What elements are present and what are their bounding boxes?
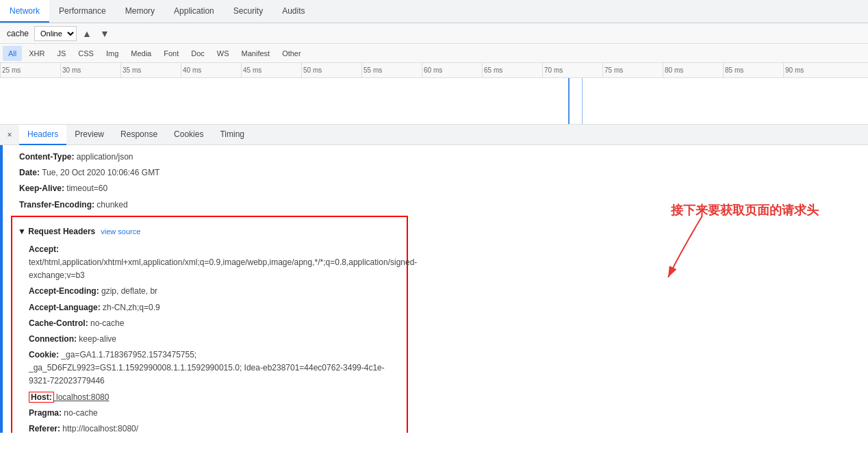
filter-xhr[interactable]: XHR	[23, 46, 50, 61]
tab-network[interactable]: Network	[0, 0, 49, 23]
tick-55: 55 ms	[361, 63, 422, 78]
tab-application[interactable]: Application	[164, 0, 224, 23]
req-header-pragma: Pragma: no-cache	[29, 405, 401, 421]
req-header-accept-encoding: Accept-Encoding: gzip, deflate, br	[29, 283, 401, 299]
tick-45: 45 ms	[241, 63, 301, 78]
view-source-link[interactable]: view source	[101, 227, 140, 236]
close-icon: ×	[7, 130, 12, 140]
detail-tab-response[interactable]: Response	[112, 125, 166, 145]
detail-panel: × Headers Preview Response Cookies Timin…	[0, 125, 868, 433]
active-bar	[0, 145, 3, 433]
download-button[interactable]: ▼	[97, 27, 112, 40]
req-header-referer: Referer: http://localhost:8080/	[29, 421, 401, 433]
timeline-marker-1	[568, 78, 570, 125]
annotation-arrow	[661, 209, 743, 284]
download-icon: ▼	[100, 28, 110, 39]
tick-80: 80 ms	[663, 63, 723, 78]
tick-85: 85 ms	[723, 63, 783, 78]
network-toolbar: cache Online ▲ ▼	[0, 23, 868, 44]
req-header-connection: Connection: keep-alive	[29, 331, 401, 347]
tick-35: 35 ms	[120, 63, 181, 78]
timeline-marker-2	[582, 78, 583, 125]
req-header-accept-language: Accept-Language: zh-CN,zh;q=0.9	[29, 300, 401, 316]
tab-performance[interactable]: Performance	[49, 0, 116, 23]
filter-other[interactable]: Other	[277, 46, 307, 61]
response-header-keep-alive: Keep-Alive: timeout=60	[19, 181, 860, 197]
upload-button[interactable]: ▲	[79, 27, 94, 40]
tick-25: 25 ms	[0, 63, 60, 78]
req-header-cookie: Cookie: _ga=GA1.1.718367952.1573475755; …	[29, 347, 401, 390]
timeline-panel: 25 ms 30 ms 35 ms 40 ms 45 ms 50 ms 55 m…	[0, 63, 868, 125]
detail-tab-timing[interactable]: Timing	[212, 125, 253, 145]
timeline-ruler: 25 ms 30 ms 35 ms 40 ms 45 ms 50 ms 55 m…	[0, 63, 868, 78]
cache-label: cache	[4, 27, 31, 40]
filter-font[interactable]: Font	[158, 46, 184, 61]
response-header-content-type: Content-Type: application/json	[19, 149, 860, 165]
headers-content: Content-Type: application/json Date: Tue…	[0, 145, 868, 433]
filter-manifest[interactable]: Manifest	[236, 46, 276, 61]
request-headers-section: ▼ Request Headers view source	[18, 224, 401, 239]
tick-70: 70 ms	[542, 63, 602, 78]
request-headers-title: ▼ Request Headers	[18, 227, 95, 236]
tick-30: 30 ms	[60, 63, 120, 78]
detail-close-button[interactable]: ×	[3, 128, 16, 142]
response-header-date: Date: Tue, 20 Oct 2020 10:06:46 GMT	[19, 165, 860, 181]
detail-tab-headers[interactable]: Headers	[19, 125, 66, 145]
detail-tab-cookies[interactable]: Cookies	[166, 125, 212, 145]
top-tabs-bar: Network Performance Memory Application S…	[0, 0, 868, 23]
timeline-body	[0, 78, 868, 125]
filter-js[interactable]: JS	[51, 46, 71, 61]
tick-40: 40 ms	[181, 63, 241, 78]
tick-50: 50 ms	[301, 63, 361, 78]
detail-tabs-bar: × Headers Preview Response Cookies Timin…	[0, 125, 868, 145]
tab-audits[interactable]: Audits	[272, 0, 314, 23]
chinese-annotation: 接下来要获取页面的请求头	[671, 202, 819, 218]
filter-media[interactable]: Media	[125, 46, 157, 61]
req-header-host: Host: localhost:8080	[29, 390, 401, 405]
online-select[interactable]: Online	[34, 26, 77, 41]
req-header-cache-control: Cache-Control: no-cache	[29, 316, 401, 331]
filter-css[interactable]: CSS	[73, 46, 99, 61]
filter-ws[interactable]: WS	[212, 46, 235, 61]
filter-doc[interactable]: Doc	[186, 46, 210, 61]
filter-img[interactable]: Img	[101, 46, 124, 61]
tab-memory[interactable]: Memory	[116, 0, 164, 23]
filter-bar: All XHR JS CSS Img Media Font Doc WS Man…	[0, 44, 868, 63]
upload-icon: ▲	[82, 28, 92, 39]
tick-90: 90 ms	[783, 63, 843, 78]
req-header-accept: Accept: text/html,application/xhtml+xml,…	[29, 242, 401, 284]
tick-65: 65 ms	[482, 63, 542, 78]
tab-security[interactable]: Security	[224, 0, 272, 23]
detail-tab-preview[interactable]: Preview	[66, 125, 112, 145]
tick-60: 60 ms	[422, 63, 482, 78]
tick-75: 75 ms	[602, 63, 663, 78]
filter-all[interactable]: All	[3, 46, 22, 61]
